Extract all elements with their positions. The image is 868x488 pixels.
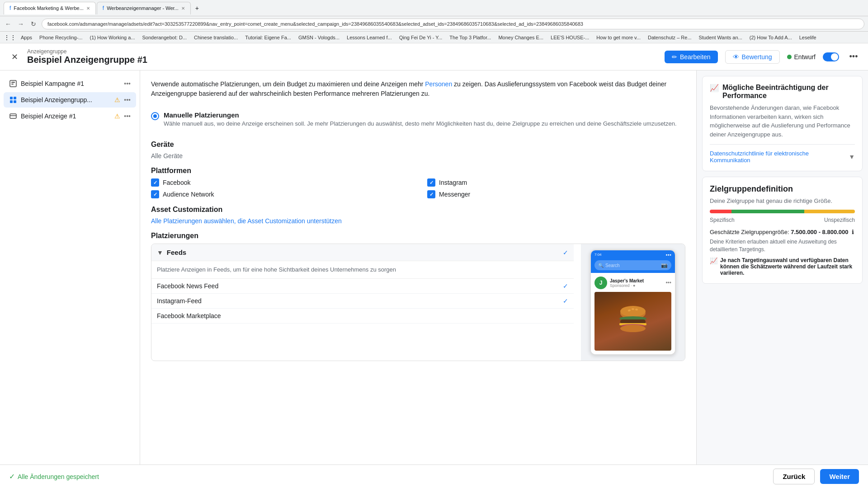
bookmark-4[interactable]: Chinese translatio... [191,34,241,41]
tab-label-2: Werbeanzeigenmanager - Wer... [107,5,179,11]
tab-close-facebook[interactable]: ✕ [86,6,90,11]
save-indicator: ✓ Alle Änderungen gespeichert [9,472,99,481]
tab-werbeanzeigen[interactable]: f Werbeanzeigenmanager - Wer... ✕ [97,2,191,14]
audience-panel: Zielgruppendefinition Deine Zielgruppe h… [702,177,863,284]
status-dot [787,55,792,59]
right-panel: 📈 Mögliche Beeinträchtigung der Performa… [696,70,868,465]
privacy-link[interactable]: Datenschutzrichtlinie für elektronische … [710,150,849,164]
bookmark-16[interactable]: Leselife [797,34,819,41]
tab-facebook[interactable]: f Facebook Marketing & Werbe... ✕ [4,2,96,14]
close-button[interactable]: ✕ [7,50,22,64]
bookmark-1[interactable]: Phone Recycling-... [37,34,85,41]
status-text: Entwurf [794,53,816,61]
intro-block: Verwende automatische Platzierungen, um … [151,80,685,99]
back-button[interactable]: Zurück [773,469,815,484]
bookmark-3[interactable]: Sonderangebot: D... [140,34,189,41]
sidebar-item-adgroup[interactable]: Beispiel Anzeigengrupp... ⚠ ••• [4,92,136,108]
phone-search-text: Search [605,263,620,268]
address-field[interactable]: facebook.com/adsmanager/manage/adsets/ed… [42,19,864,29]
bookmark-7[interactable]: Lessons Learned f... [344,34,395,41]
placement-card: ▼ Feeds ✓ Platziere Anzeigen in Feeds, u… [151,244,685,361]
expand-icon[interactable]: ▼ [849,153,855,160]
sidebar-adgroup-more[interactable]: ••• [124,96,131,103]
refresh-button[interactable]: ↻ [29,19,38,28]
bookmark-apps[interactable]: Apps [18,34,35,41]
toggle-knob [831,53,838,61]
asset-link[interactable]: Alle Platzierungen auswählen, die Asset … [151,217,342,225]
page-title: Beispiel Anzeigengruppe #1 [27,55,659,65]
audience-checkbox[interactable] [151,190,159,198]
radio-button[interactable] [151,112,159,120]
sidebar-campaign-more[interactable]: ••• [124,80,131,87]
header-title-block: Anzeigengruppe Beispiel Anzeigengruppe #… [27,48,659,65]
tab-close-2[interactable]: ✕ [181,6,185,11]
bookmark-5[interactable]: Tutorial: Eigene Fa... [242,34,294,41]
app-topbar: ✕ Anzeigengruppe Beispiel Anzeigengruppe… [0,43,868,70]
bookmarks-bar: ⋮⋮ Apps Phone Recycling-... (1) How Work… [0,32,868,43]
audience-size-label: Geschätzte Zielgruppengröße: 7.500.000 -… [710,229,855,235]
new-tab-button[interactable]: + [192,3,203,14]
bookmark-6[interactable]: GMSN - Vologds... [296,34,342,41]
bookmark-11[interactable]: LEE'S HOUSE-... [548,34,592,41]
forward-button[interactable]: → [16,19,25,28]
save-text: Alle Änderungen gespeichert [18,473,99,480]
sidebar-ad-label: Beispiel Anzeige #1 [21,113,111,120]
platform-audience-network[interactable]: Audience Network [151,190,409,198]
messenger-checkbox[interactable] [427,190,435,198]
eye-icon: 👁 [733,53,739,61]
sidebar-item-ad[interactable]: Beispiel Anzeige #1 ⚠ ••• [4,108,136,124]
sidebar-ad-more[interactable]: ••• [124,113,131,120]
feeds-label: Feeds [167,249,559,256]
feeds-header[interactable]: ▼ Feeds ✓ [151,244,574,261]
performance-panel: 📈 Mögliche Beeinträchtigung der Performa… [702,76,863,171]
feeds-chevron-icon[interactable]: ▼ [157,249,163,256]
bar-yellow [804,210,855,213]
manual-placement-option[interactable]: Manuelle Platzierungen Wähle manuell aus… [151,106,685,133]
bookmark-9[interactable]: The Top 3 Platfor... [447,34,494,41]
svg-point-18 [620,325,646,332]
address-bar-row: ← → ↻ facebook.com/adsmanager/manage/ads… [0,16,868,32]
tab-favicon: f [9,5,11,11]
tab-favicon-2: f [103,5,104,11]
pencil-icon: ✏ [672,53,677,61]
bookmark-12[interactable]: How to get more v... [594,34,643,41]
asset-section: Asset Customization Alle Platzierungen a… [151,206,685,225]
tab-label: Facebook Marketing & Werbe... [14,5,83,11]
sidebar-item-campaign[interactable]: Beispiel Kampagne #1 ••• [4,76,136,91]
performance-title: 📈 Mögliche Beeinträchtigung der Performa… [710,84,855,100]
instagram-checkbox[interactable] [427,178,435,187]
bookmark-10[interactable]: Money Changes E... [495,34,546,41]
instagram-feed-check-icon: ✓ [563,297,568,305]
bar-red [710,210,731,213]
radio-description: Wähle manuell aus, wo deine Anzeige ersc… [164,120,677,128]
intro-link[interactable]: Personen [425,80,452,88]
placement-item-instagram[interactable]: Instagram-Feed ✓ [151,294,574,309]
platform-messenger[interactable]: Messenger [427,190,685,198]
next-button[interactable]: Weiter [820,469,859,484]
edit-label: Bearbeiten [680,53,711,61]
facebook-label: Facebook [163,179,190,186]
bookmark-8[interactable]: Qing Fei De Yi - Y... [396,34,445,41]
targeting-trend-icon: 📈 [710,257,717,264]
more-options-button[interactable]: ••• [846,50,861,64]
review-button[interactable]: 👁 Bewertung [725,50,780,64]
back-button[interactable]: ← [4,19,13,28]
bookmark-15[interactable]: (2) How To Add A... [747,34,795,41]
info-icon[interactable]: ℹ [852,229,854,235]
bookmark-13[interactable]: Datenschutz – Re... [645,34,694,41]
devices-value: Alle Geräte [151,152,685,160]
status-toggle[interactable] [823,52,839,61]
bookmark-2[interactable]: (1) How Working a... [87,34,137,41]
placement-item-marketplace[interactable]: Facebook Marketplace [151,309,574,324]
svg-rect-4 [14,97,16,99]
edit-button[interactable]: ✏ Bearbeiten [665,51,718,63]
devices-section: Geräte Alle Geräte [151,141,685,160]
apps-icon: ⋮⋮ [4,34,16,41]
facebook-checkbox[interactable] [151,178,159,187]
bookmark-14[interactable]: Student Wants an... [696,34,745,41]
platform-facebook[interactable]: Facebook [151,178,409,187]
post-avatar: J [594,277,607,289]
ad-warning-icon: ⚠ [114,113,120,120]
placement-item-fb-news[interactable]: Facebook News Feed ✓ [151,279,574,294]
platform-instagram[interactable]: Instagram [427,178,685,187]
